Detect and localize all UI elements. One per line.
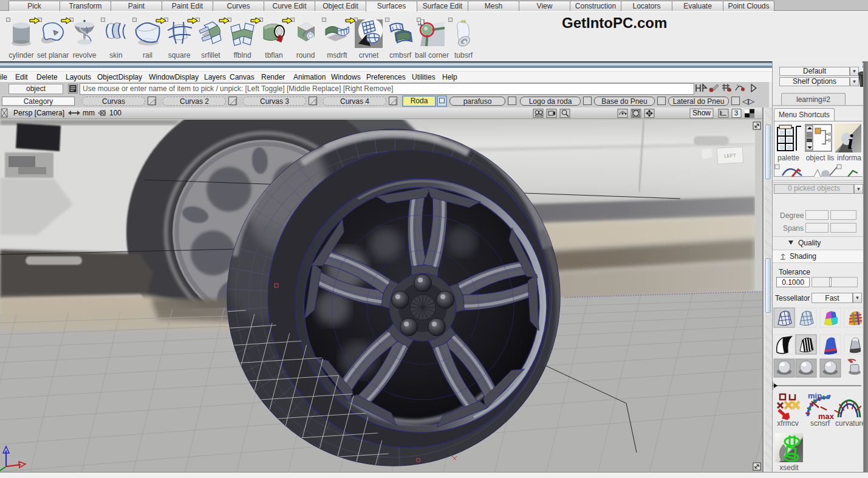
svg-text:LEFT: LEFT — [724, 152, 736, 159]
svg-text:Show: Show — [692, 109, 711, 117]
svg-text:curvature: curvature — [835, 419, 863, 428]
svg-text:xfrmcv: xfrmcv — [777, 419, 798, 428]
svg-text:mm: mm — [83, 109, 95, 117]
svg-text:100: 100 — [109, 109, 121, 117]
svg-text:scnsrf: scnsrf — [810, 419, 830, 428]
svg-text:max: max — [818, 412, 835, 421]
svg-text:i: i — [847, 131, 853, 152]
svg-text:3: 3 — [734, 109, 738, 117]
svg-text:min: min — [808, 391, 822, 400]
svg-text:Persp [Camera]: Persp [Camera] — [13, 109, 64, 117]
svg-text:xsedit: xsedit — [779, 463, 799, 472]
